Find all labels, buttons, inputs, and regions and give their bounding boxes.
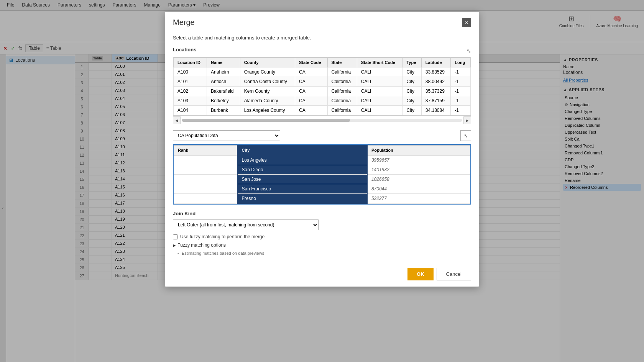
modal-subtitle: Select a table and matching columns to c… (173, 35, 471, 41)
first-col-header-lng[interactable]: Long (451, 58, 471, 67)
modal-overlay[interactable]: Merge × Select a table and matching colu… (0, 0, 644, 362)
ok-button[interactable]: OK (407, 268, 434, 280)
second-col-header-population[interactable]: Population (367, 145, 470, 155)
second-table: Rank City Population Los Angeles 3959657 (174, 145, 470, 204)
first-table-section: Locations ⤡ Location ID Name County Stat… (173, 47, 471, 124)
fuzzy-match-checkbox[interactable] (173, 234, 178, 239)
fuzzy-match-row: Use fuzzy matching to perform the merge (173, 234, 471, 239)
first-table-wrapper: Location ID Name County State Code State… (173, 57, 471, 116)
second-table-expand-icon[interactable]: ⤡ (460, 130, 471, 141)
modal-header: Merge × (165, 12, 479, 30)
join-kind-select[interactable]: Left Outer (all from first, matching fro… (173, 219, 319, 230)
second-table-row-2: San Diego 1401932 (174, 165, 470, 175)
cell-pop-1: 3959657 (367, 155, 470, 165)
second-table-section: CA Population Data ⤡ Rank City Populatio… (173, 130, 471, 205)
second-col-header-rank[interactable]: Rank (174, 145, 238, 155)
bullet-icon: • (177, 251, 179, 256)
first-table-title: Locations (173, 47, 196, 52)
table-dropdown-row: CA Population Data ⤡ (173, 130, 471, 141)
cell-city-1: Los Angeles (237, 155, 367, 165)
second-col-header-city[interactable]: City (237, 145, 367, 155)
cancel-button[interactable]: Cancel (437, 268, 471, 280)
estimating-label: Estimating matches based on data preview… (182, 251, 264, 256)
cell-state-1: California (327, 67, 357, 77)
first-table-row-4: A103 Berkeley Alameda County CA Californ… (174, 96, 471, 106)
cell-id-1: A100 (174, 67, 207, 77)
first-table: Location ID Name County State Code State… (173, 57, 471, 115)
second-table-row-3: San Jose 1026658 (174, 175, 470, 184)
first-table-row-2: A101 Antioch Contra Costa County CA Cali… (174, 77, 471, 87)
join-kind-label: Join Kind (173, 211, 471, 216)
cell-sc-1: CA (295, 67, 327, 77)
second-table-row-1: Los Angeles 3959657 (174, 155, 470, 165)
modal-close-button[interactable]: × (462, 18, 471, 27)
first-col-header-name[interactable]: Name (207, 58, 240, 67)
first-table-scroll-thumb (182, 119, 350, 122)
first-table-scrollbar[interactable]: ◀ ▶ (173, 116, 471, 124)
fuzzy-expand-label: Fuzzy matching options (177, 242, 226, 248)
cell-rank-1 (174, 155, 238, 165)
chevron-right-icon: ▶ (173, 243, 176, 247)
merge-modal: Merge × Select a table and matching colu… (165, 11, 479, 287)
second-table-row-4: San Francisco 870044 (174, 184, 470, 194)
table-select-dropdown[interactable]: CA Population Data (173, 130, 280, 141)
first-table-expand-icon[interactable]: ⤡ (467, 48, 471, 54)
first-table-row-1: A100 Anaheim Orange County CA California… (174, 67, 471, 77)
fuzzy-match-label[interactable]: Use fuzzy matching to perform the merge (180, 234, 264, 239)
fuzzy-expand-row[interactable]: ▶ Fuzzy matching options (173, 242, 471, 248)
cell-type-1: City (402, 67, 421, 77)
modal-title: Merge (173, 18, 195, 27)
first-table-row-3: A102 Bakersfield Kern County CA Californ… (174, 87, 471, 96)
first-col-header-short-code[interactable]: State Short Code (357, 58, 402, 67)
first-col-header-state-code[interactable]: State Code (295, 58, 327, 67)
modal-footer: OK Cancel (165, 263, 479, 287)
first-col-header-county[interactable]: County (240, 58, 295, 67)
first-col-header-type[interactable]: Type (402, 58, 421, 67)
modal-body: Select a table and matching columns to c… (165, 30, 479, 263)
cell-lng-1: -1 (451, 67, 471, 77)
first-col-header-lat[interactable]: Latitude (421, 58, 451, 67)
cell-lat-1: 33.83529 (421, 67, 451, 77)
scroll-right-arrow[interactable]: ▶ (463, 116, 471, 124)
cell-short-1: CALI (357, 67, 402, 77)
first-table-row-5: A104 Burbank Los Angeles County CA Calif… (174, 106, 471, 115)
first-table-scroll-track[interactable] (182, 119, 462, 122)
cell-name-1: Anaheim (207, 67, 240, 77)
second-table-wrapper: Rank City Population Los Angeles 3959657 (173, 144, 471, 205)
second-table-row-5: Fresno 522277 (174, 194, 470, 204)
first-col-header-id[interactable]: Location ID (174, 58, 207, 67)
scroll-left-arrow[interactable]: ◀ (173, 116, 181, 124)
first-col-header-state[interactable]: State (327, 58, 357, 67)
cell-county-1: Orange County (240, 67, 295, 77)
join-kind-section: Join Kind Left Outer (all from first, ma… (173, 211, 471, 256)
estimating-text: • Estimating matches based on data previ… (177, 251, 471, 256)
